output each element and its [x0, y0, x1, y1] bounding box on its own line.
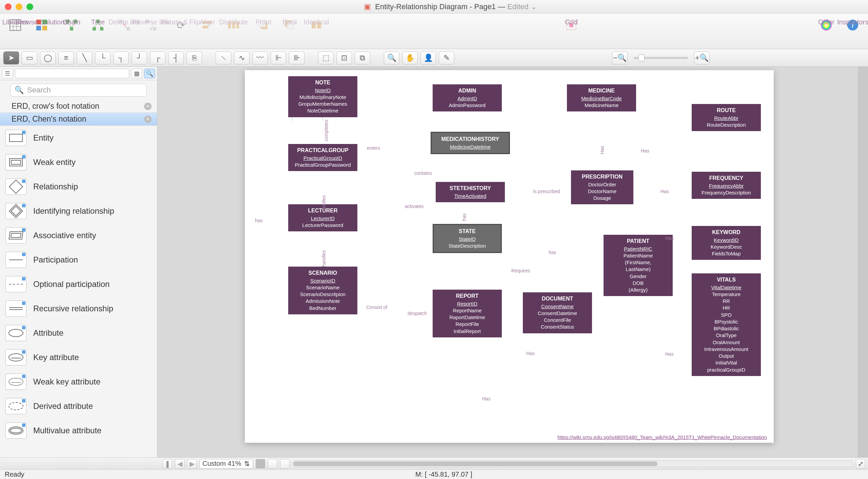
- entity-statehistory[interactable]: STETEHISTORY TimeActivated: [436, 182, 505, 202]
- page-title: Page1: [474, 2, 496, 11]
- svg-rect-14: [100, 27, 103, 30]
- label-activates: activates: [405, 204, 423, 209]
- minimize-window-button[interactable]: [16, 3, 22, 10]
- next-page-button[interactable]: ▶: [187, 459, 197, 468]
- zoom-window-button[interactable]: [26, 3, 33, 10]
- shape-attribute[interactable]: Attribute: [0, 321, 157, 345]
- chain-button[interactable]: Chain: [60, 16, 83, 35]
- chevron-down-icon[interactable]: ⌄: [531, 2, 537, 11]
- sidebar-mode-outline[interactable]: ☰: [2, 69, 13, 78]
- hand-tool[interactable]: ✋: [402, 51, 418, 64]
- zoom-out-button[interactable]: −🔍: [612, 51, 628, 64]
- elbow-tool-4[interactable]: ┌: [150, 51, 165, 64]
- label-consist: Consist of: [366, 305, 387, 310]
- edit-tool[interactable]: ✎: [439, 51, 454, 64]
- browse-solutions-button[interactable]: Browse Solutions: [30, 16, 54, 35]
- shape-optional-participation[interactable]: Optional participation: [0, 272, 157, 296]
- shape-identifying-relationship[interactable]: Identifying relationship: [0, 199, 157, 223]
- text-tool[interactable]: ≡: [58, 51, 74, 64]
- entity-route[interactable]: ROUTE RouteAbbr RouteDescription: [692, 104, 761, 131]
- canvas-area[interactable]: NOTE NoteID MultidisciplinaryNote GropuM…: [157, 67, 868, 457]
- page-tab-2[interactable]: [268, 459, 277, 468]
- entity-medicine[interactable]: MEDICINE MedicineBarCode MedicineName: [567, 84, 636, 111]
- zoom-tool[interactable]: 🔍: [384, 51, 399, 64]
- entity-scenario[interactable]: SCENARIO ScenarioID ScenarioName Scenari…: [288, 267, 357, 314]
- scrollbar-thumb[interactable]: [293, 461, 657, 466]
- page-list-button[interactable]: ‖: [163, 459, 172, 468]
- shape-relationship[interactable]: Relationship: [0, 174, 157, 199]
- shape-weak-entity[interactable]: Weak entity: [0, 150, 157, 174]
- sidebar-search-input[interactable]: 🔍 Search: [10, 84, 147, 97]
- document-icon: ▣: [364, 2, 371, 11]
- vertical-scrollbar[interactable]: [858, 67, 868, 457]
- line-direct-tool[interactable]: ⟍: [216, 51, 231, 64]
- sidebar-search-wrap: 🔍 Search: [0, 80, 157, 100]
- shape-key-attribute[interactable]: Key attribute: [0, 345, 157, 370]
- group-tool[interactable]: ⬚: [318, 51, 334, 64]
- shape-associative-entity[interactable]: Associative entity: [0, 223, 157, 248]
- sidebar-filter-input[interactable]: [15, 69, 129, 78]
- arrow-merge-tool[interactable]: ⊪: [289, 51, 304, 64]
- shape-weak-key-attribute[interactable]: Weak key attribute: [0, 370, 157, 394]
- line-tool[interactable]: ╲: [77, 51, 92, 64]
- entity-admin[interactable]: ADMIN AdminID AdminPassword: [433, 84, 502, 111]
- inspectors-button[interactable]: iInspectors: [841, 16, 865, 35]
- arrow-split-tool[interactable]: ⊩: [271, 51, 286, 64]
- shape-participation[interactable]: Participation: [0, 248, 157, 272]
- spline-tool[interactable]: 〰: [252, 51, 268, 64]
- shape-entity[interactable]: Entity: [0, 126, 157, 150]
- entity-report[interactable]: REPORT ReportID ReportName RaportDatetim…: [433, 290, 502, 337]
- page-tab-3[interactable]: [280, 459, 290, 468]
- ellipse-tool[interactable]: ◯: [40, 51, 56, 64]
- entity-patient[interactable]: PATIENT PatientNRIC PatientName (FirstNa…: [604, 235, 673, 296]
- present-tool[interactable]: 👤: [420, 51, 436, 64]
- shape-recursive-relationship[interactable]: Recursive relationship: [0, 296, 157, 321]
- fit-page-button[interactable]: ⤢: [856, 459, 865, 468]
- entity-practicalgroup[interactable]: PRACTICALGROUP PracticalGroupID Practica…: [288, 144, 357, 171]
- pointer-tool[interactable]: ➤: [3, 51, 19, 64]
- grid-button[interactable]: Grid: [559, 16, 583, 35]
- entity-medicationhistory[interactable]: MEDICATIONHISTORY MedicineDatetime: [431, 132, 510, 154]
- elbow-tool-3[interactable]: ┘: [132, 51, 147, 64]
- prev-page-button[interactable]: ◀: [175, 459, 184, 468]
- zoom-in-button[interactable]: +🔍: [694, 51, 710, 64]
- zoom-select[interactable]: Custom 41% ⇅: [199, 459, 253, 468]
- elbow-tool-1[interactable]: └: [95, 51, 111, 64]
- page[interactable]: NOTE NoteID MultidisciplinaryNote GropuM…: [245, 70, 774, 443]
- entity-frequency[interactable]: FREQUENCY FrequencyAbbr FrequencyDescrip…: [692, 172, 761, 199]
- sidebar-mode-search[interactable]: 🔍: [144, 69, 155, 78]
- label-handles: handles: [321, 250, 327, 267]
- entity-vitals[interactable]: VITALS VitalDatetime Temperature RR HR S…: [692, 273, 761, 376]
- entity-keyword[interactable]: KEYWORD KeywordID KeywordDesc FieldsToMa…: [692, 226, 761, 260]
- zoom-slider[interactable]: [634, 57, 688, 59]
- curve-tool[interactable]: ∿: [234, 51, 250, 64]
- close-icon[interactable]: ×: [144, 103, 152, 110]
- ungroup-tool[interactable]: ⊡: [336, 51, 352, 64]
- notation-chen[interactable]: ERD, Chen's notation ×: [0, 113, 157, 126]
- label-has: Has: [526, 351, 535, 356]
- close-window-button[interactable]: [5, 3, 12, 10]
- label-has: Has: [599, 146, 605, 154]
- insert-tool[interactable]: ⎘: [186, 51, 202, 64]
- notation-crowsfoot[interactable]: ERD, crow's foot notation ×: [0, 100, 157, 113]
- rect-tool[interactable]: ▭: [22, 51, 37, 64]
- shape-derived-attribute[interactable]: Derived attribute: [0, 394, 157, 418]
- zoom-slider-knob[interactable]: [638, 55, 645, 61]
- select-similar-tool[interactable]: ⧉: [355, 51, 370, 64]
- tree-button[interactable]: Tree: [86, 16, 110, 35]
- sidebar-mode-grid[interactable]: ▦: [131, 69, 142, 78]
- entity-note[interactable]: NOTE NoteID MultidisciplinaryNote GropuM…: [288, 76, 357, 117]
- color-button[interactable]: Color: [814, 16, 838, 35]
- shape-palette: Entity Weak entity Relationship Identify…: [0, 126, 157, 457]
- page-tab-1[interactable]: [256, 459, 265, 468]
- elbow-tool-2[interactable]: ┐: [113, 51, 129, 64]
- entity-state[interactable]: STATE StateID StateDescription: [433, 224, 502, 253]
- close-icon[interactable]: ×: [144, 116, 152, 123]
- label-is-prescribed: Is prescribed: [533, 189, 560, 194]
- source-link[interactable]: https://wiki.smu.edu.sg/is480/IS480_Team…: [557, 434, 767, 440]
- entity-document[interactable]: DOCUMENT ConsentName ConsentDatetime Con…: [523, 292, 592, 333]
- shape-multivalue-attribute[interactable]: Multivalue attribute: [0, 418, 157, 443]
- entity-prescription[interactable]: PRESCRIPTION DoctorOrder DoctorName Dosa…: [571, 170, 633, 204]
- horizontal-scrollbar[interactable]: [292, 460, 853, 467]
- elbow-tool-5[interactable]: ┤: [168, 51, 184, 64]
